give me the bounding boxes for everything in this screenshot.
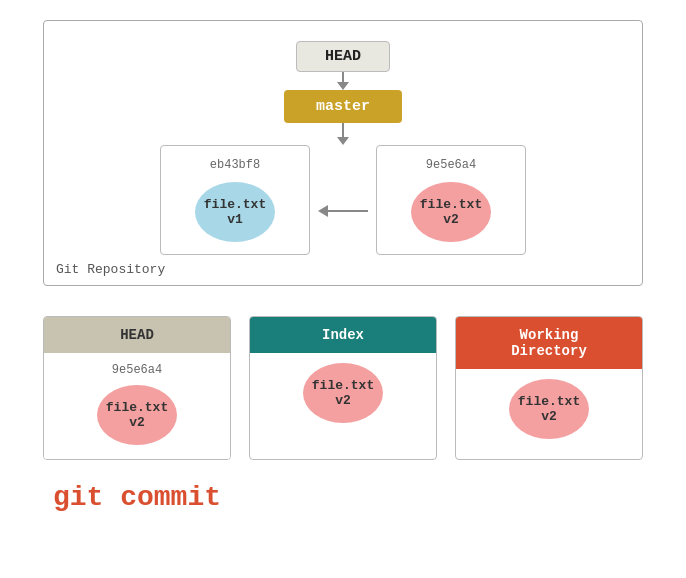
head-file-blob: file.txt v2 bbox=[97, 385, 177, 445]
head-blob-version: v2 bbox=[129, 415, 145, 430]
commit-box-new: 9e5e6a4 file.txt v2 bbox=[376, 145, 526, 255]
repo-label: Git Repository bbox=[56, 262, 165, 277]
index-blob-version: v2 bbox=[335, 393, 351, 408]
head-to-master-arrow bbox=[337, 72, 349, 90]
arrow-tip bbox=[337, 137, 349, 145]
blob-version-new: v2 bbox=[443, 212, 459, 227]
wd-blob-version: v2 bbox=[541, 409, 557, 424]
git-commit-label: git commit bbox=[43, 482, 643, 513]
bottom-states-row: HEAD 9e5e6a4 file.txt v2 Index file.txt … bbox=[43, 316, 643, 460]
state-body-wd: file.txt v2 bbox=[456, 369, 642, 453]
state-box-head: HEAD 9e5e6a4 file.txt v2 bbox=[43, 316, 231, 460]
file-blob-new: file.txt v2 bbox=[411, 182, 491, 242]
commit-arrow bbox=[318, 205, 368, 217]
commit-box-old: eb43bf8 file.txt v1 bbox=[160, 145, 310, 255]
state-header-index: Index bbox=[250, 317, 436, 353]
index-file-blob: file.txt v2 bbox=[303, 363, 383, 423]
state-header-wd: Working Directory bbox=[456, 317, 642, 369]
commits-row: eb43bf8 file.txt v1 9e5e6a4 file.txt v2 bbox=[160, 145, 526, 255]
commit-id-old: eb43bf8 bbox=[210, 158, 260, 172]
head-commit-id: 9e5e6a4 bbox=[112, 363, 162, 377]
state-box-wd: Working Directory file.txt v2 bbox=[455, 316, 643, 460]
git-repository-box: HEAD master eb43bf8 file.txt v1 bbox=[43, 20, 643, 286]
blob-version-old: v1 bbox=[227, 212, 243, 227]
blob-filename-new: file.txt bbox=[420, 197, 482, 212]
git-command-container: git commit bbox=[43, 478, 643, 513]
master-branch-box: master bbox=[284, 90, 402, 123]
index-blob-filename: file.txt bbox=[312, 378, 374, 393]
state-body-index: file.txt v2 bbox=[250, 353, 436, 437]
head-label-top: HEAD bbox=[296, 41, 390, 72]
state-body-head: 9e5e6a4 file.txt v2 bbox=[44, 353, 230, 459]
file-blob-old: file.txt v1 bbox=[195, 182, 275, 242]
commit-id-new: 9e5e6a4 bbox=[426, 158, 476, 172]
vert-line bbox=[342, 123, 344, 137]
repo-diagram: HEAD master eb43bf8 file.txt v1 bbox=[64, 41, 622, 255]
state-box-index: Index file.txt v2 bbox=[249, 316, 437, 460]
blob-filename-old: file.txt bbox=[204, 197, 266, 212]
head-blob-filename: file.txt bbox=[106, 400, 168, 415]
wd-file-blob: file.txt v2 bbox=[509, 379, 589, 439]
state-header-head: HEAD bbox=[44, 317, 230, 353]
wd-blob-filename: file.txt bbox=[518, 394, 580, 409]
master-to-commit-connector bbox=[337, 123, 349, 145]
